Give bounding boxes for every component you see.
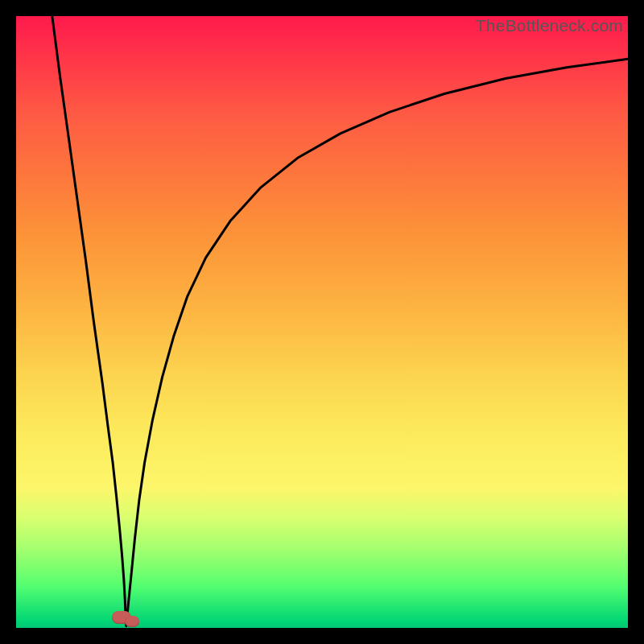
plot-area: TheBottleneck.com: [16, 16, 628, 628]
chart-canvas: TheBottleneck.com: [0, 0, 644, 644]
optimum-marker-secondary: [125, 616, 139, 627]
bottleneck-curve: [16, 16, 628, 628]
